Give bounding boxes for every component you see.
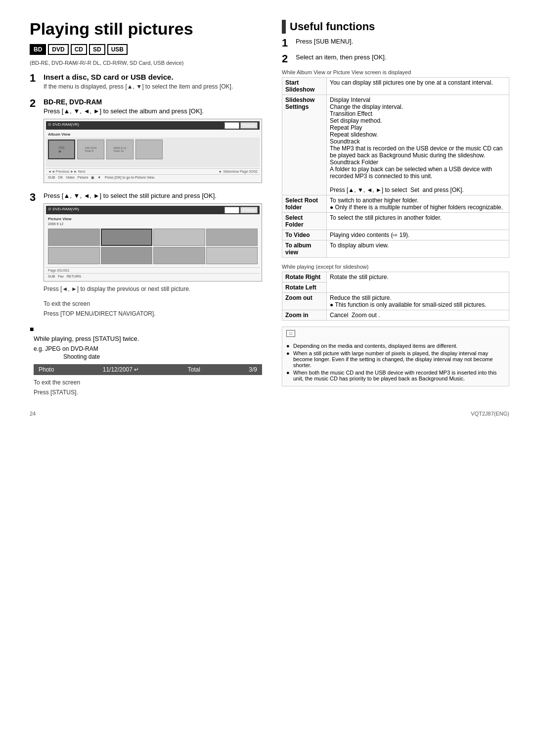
table-row-album-view: To albumview To display album view. bbox=[282, 240, 509, 258]
row-folder-label: SelectFolder bbox=[282, 213, 327, 230]
section-title: Useful functions bbox=[290, 20, 375, 33]
black-square-icon: ■ bbox=[30, 325, 34, 333]
page-code: VQT2J87(ENG) bbox=[471, 411, 509, 417]
playing-table-body: Rotate Right Rotate the still picture. R… bbox=[282, 272, 509, 321]
row-rotate-left-label: Rotate Left bbox=[282, 283, 327, 293]
table-row-rotate-right: Rotate Right Rotate the still picture. bbox=[282, 272, 509, 283]
row-rotate-value: Rotate the still picture. bbox=[327, 272, 509, 293]
step-2: 2 BD-RE, DVD-RAM Press [▲, ▼, ◄, ►] to s… bbox=[30, 98, 262, 187]
step-1-num: 1 bbox=[30, 73, 40, 93]
right-step-1: 1 Press [SUB MENU]. bbox=[282, 38, 509, 48]
media-badges: BD DVD CD SD USB bbox=[30, 44, 262, 55]
photo-bar-pages: 3/9 bbox=[249, 366, 257, 373]
nav2-thumb-3 bbox=[153, 229, 205, 246]
badge-usb: USB bbox=[107, 44, 128, 55]
note-3: ● When both the music CD and the USB dev… bbox=[286, 370, 505, 381]
nav2-grid bbox=[46, 227, 260, 266]
row-start-value: You can display still pictures one by on… bbox=[327, 78, 509, 95]
nav1-thumb-2: 196 DVDTotal 8 bbox=[77, 140, 104, 159]
step-3-num: 3 bbox=[30, 192, 40, 295]
step-2-desc: Press [▲, ▼, ◄, ►] to select the album a… bbox=[44, 107, 262, 115]
row-zoom-out-value: Reduce the still picture. ● This functio… bbox=[327, 293, 509, 310]
row-zoom-out-label: Zoom out bbox=[282, 293, 327, 310]
picture-eg-text: e.g. JPEG on DVD-RAM bbox=[34, 345, 262, 352]
step-3-desc: Press [▲, ▼, ◄, ►] to select the still p… bbox=[44, 192, 262, 199]
step-2-title: BD-RE, DVD-RAM bbox=[44, 98, 262, 106]
picture-properties-section: ■ ■ To show the picture properties While… bbox=[30, 325, 262, 396]
nav2-thumb-4 bbox=[206, 229, 258, 246]
nav1-album-view: Album View bbox=[46, 131, 260, 138]
nav1-tab-video: Video bbox=[224, 122, 239, 129]
step-3: 3 Press [▲, ▼, ◄, ►] to select the still… bbox=[30, 192, 262, 295]
nav1-thumb-3: 2006.9.12Total 13 bbox=[106, 140, 134, 159]
row-video-label: To Video bbox=[282, 230, 327, 240]
nav1-footer-prev: ◄◄ Previous ►► Next bbox=[48, 170, 85, 173]
step-1-content: Insert a disc, SD card or USB device. If… bbox=[44, 73, 262, 93]
right-step-1-num: 1 bbox=[282, 38, 292, 48]
nav1-thumbs: 006▶ 196 DVDTotal 8 2006.9.12Total 13 bbox=[47, 139, 164, 166]
badge-cd: CD bbox=[71, 44, 87, 55]
row-album-label: To albumview bbox=[282, 240, 327, 258]
while-album-label: While Album View or Picture View screen … bbox=[282, 69, 509, 75]
nav1-thumb-4 bbox=[135, 140, 163, 159]
nav1-body: 006▶ 196 DVDTotal 8 2006.9.12Total 13 bbox=[46, 138, 260, 167]
nav2-tabs: Video Picture bbox=[224, 207, 258, 213]
note-2-text: When a still picture with large number o… bbox=[293, 350, 505, 368]
nav1-tab-picture: Picture bbox=[240, 122, 258, 129]
exit-2-text: Press [STATUS]. bbox=[34, 389, 262, 396]
nav2-header: ⊙ DVD-RAM(VR) Video Picture bbox=[46, 206, 260, 214]
nav1-tabs: Video Picture bbox=[224, 122, 258, 129]
note-1-text: Depending on the media and contents, dis… bbox=[293, 343, 457, 349]
nav2-thumb-1 bbox=[48, 229, 100, 246]
row-zoom-in-value: Cancel Zoom out . bbox=[327, 310, 509, 321]
row-rotate-right-label: Rotate Right bbox=[282, 272, 327, 283]
nav2-tab-video: Video bbox=[224, 207, 239, 213]
right-step-1-content: Press [SUB MENU]. bbox=[296, 38, 509, 48]
right-step-2: 2 Select an item, then press [OK]. bbox=[282, 53, 509, 64]
notes-section: ● Depending on the media and contents, d… bbox=[286, 343, 505, 381]
nav1-label: ⊙ DVD-RAM(VR) bbox=[48, 122, 79, 129]
step-3-content: Press [▲, ▼, ◄, ►] to select the still p… bbox=[44, 192, 262, 295]
nav2-picture-view: Picture View bbox=[46, 216, 260, 222]
nav1-footer-slide: ► Slideshow Page 02/02 bbox=[219, 170, 258, 173]
picture-properties-title: ■ bbox=[30, 325, 262, 333]
nav2-tab-picture: Picture bbox=[240, 207, 258, 213]
exit-2: To exit the screen Press [STATUS]. bbox=[34, 379, 262, 396]
table-row-select-root: Select Rootfolder To switch to another h… bbox=[282, 195, 509, 213]
right-step-2-num: 2 bbox=[282, 53, 292, 64]
photo-bar: Photo 11/12/2007 ↵ Total 3/9 bbox=[34, 364, 262, 375]
photo-bar-photo: Photo bbox=[39, 366, 54, 373]
note-2: ● When a still picture with large number… bbox=[286, 350, 505, 368]
badge-sd: SD bbox=[89, 44, 105, 55]
photo-bar-date: 11/12/2007 ↵ bbox=[103, 366, 139, 373]
table-row-zoom-out: Zoom out Reduce the still picture. ● Thi… bbox=[282, 293, 509, 310]
nav2-bottom: SUB Fav RETURN bbox=[46, 273, 260, 279]
table-row-zoom-in: Zoom in Cancel Zoom out . bbox=[282, 310, 509, 321]
note-1: ● Depending on the media and contents, d… bbox=[286, 343, 505, 349]
exit-1: To exit the screen Press [TOP MENU/DIREC… bbox=[44, 300, 262, 317]
page-number: 24 bbox=[30, 411, 36, 417]
function-table: StartSlideshow You can display still pic… bbox=[282, 77, 509, 258]
nav2-label: ⊙ DVD-RAM(VR) bbox=[48, 207, 79, 213]
compatible-text: (BD-RE, DVD-RAM/-R/-R DL, CD-R/RW, SD Ca… bbox=[30, 60, 262, 66]
row-album-value: To display album view. bbox=[327, 240, 509, 258]
right-column: Useful functions 1 Press [SUB MENU]. 2 S… bbox=[282, 20, 509, 396]
row-zoom-in-label: Zoom in bbox=[282, 310, 327, 321]
shooting-date-label-area: Shooting date bbox=[63, 353, 262, 360]
badge-bd: BD bbox=[30, 44, 46, 55]
right-step-1-text: Press [SUB MENU]. bbox=[296, 38, 509, 45]
nav2-thumb-2 bbox=[101, 229, 153, 246]
exit-2-title: To exit the screen bbox=[34, 379, 262, 386]
table-row-start-slideshow: StartSlideshow You can display still pic… bbox=[282, 78, 509, 95]
step-1-main: Insert a disc, SD card or USB device. bbox=[44, 73, 262, 81]
row-folder-value: To select the still pictures in another … bbox=[327, 213, 509, 230]
picture-properties-content: While playing, press [STATUS] twice. e.g… bbox=[34, 335, 262, 396]
note-3-bullet: ● bbox=[286, 370, 291, 381]
step-2-num: 2 bbox=[30, 98, 40, 187]
shooting-date-label: Shooting date bbox=[63, 353, 100, 360]
step-1: 1 Insert a disc, SD card or USB device. … bbox=[30, 73, 262, 93]
row-slideshow-label: SlideshowSettings bbox=[282, 95, 327, 195]
page-title: Playing still pictures bbox=[30, 20, 262, 38]
nav2-footer: Page 001/001 bbox=[46, 267, 260, 273]
nav1-thumb-1: 006▶ bbox=[48, 140, 75, 159]
